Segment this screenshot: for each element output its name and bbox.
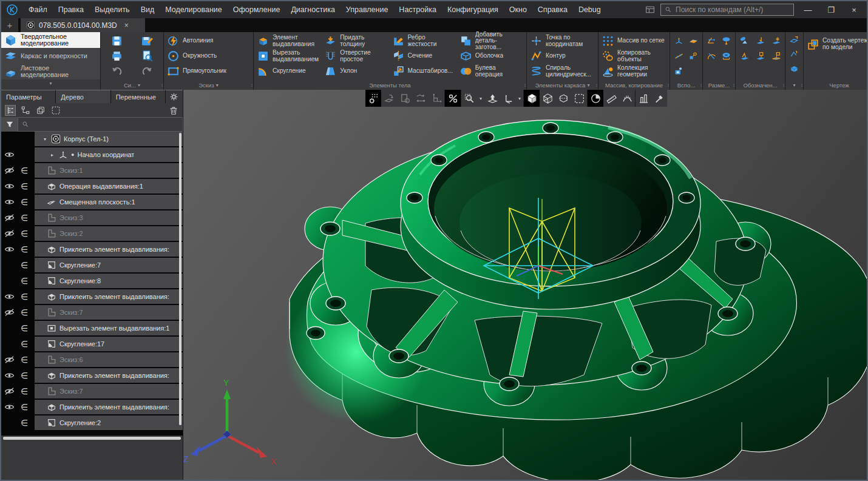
orientation-dropdown-icon[interactable]: ▾ [516, 90, 523, 107]
zoom-area-button[interactable] [461, 90, 477, 107]
radial-dimension-button[interactable] [721, 36, 731, 46]
tree-item-body[interactable]: Приклеить элемент выдавливания: [35, 368, 183, 383]
tree-item-body[interactable]: Эскиз:1 [35, 163, 183, 178]
group-aux-footer[interactable]: Вспо...⁞ [670, 81, 702, 90]
check-curve-button[interactable] [789, 49, 799, 59]
eye-hidden-icon[interactable] [4, 388, 15, 395]
angular-dimension-button[interactable] [707, 51, 717, 61]
menu-file[interactable]: Файл [23, 3, 53, 16]
tree-horizontal-scrollbar[interactable] [1, 436, 183, 440]
tree-vertical-scrollbar[interactable] [179, 133, 181, 425]
tree-relations-button[interactable] [21, 106, 30, 115]
point-by-coordinates-button[interactable]: Точка по координатам [528, 33, 597, 49]
grid-array-button[interactable]: Массив по сетке [600, 33, 668, 49]
circle-button[interactable]: Окружность [165, 49, 252, 64]
rib-button[interactable]: Ребро жесткости [390, 33, 458, 49]
dimensions-panel-button[interactable] [636, 90, 651, 107]
group-sketch-footer[interactable]: Эскиз▾⁞ [164, 81, 253, 90]
mode-wireframe-surfaces[interactable]: Каркас и поверхности [1, 48, 100, 64]
group-dims-footer[interactable]: Разме...⁞ [703, 81, 735, 90]
snap-move-button[interactable] [381, 90, 397, 107]
extrude-button[interactable]: Элемент выдавливания [255, 33, 322, 49]
tree-item-body[interactable]: ▾ Корпус (Тел-1) [35, 132, 183, 146]
contour-button[interactable]: Контур [528, 49, 597, 64]
eye-hidden-icon[interactable] [4, 167, 15, 174]
measure-angle-button[interactable] [603, 90, 619, 107]
marking-button[interactable] [771, 51, 781, 61]
group-wireframe-footer[interactable]: Элементы каркаса▾⁞ [527, 81, 598, 90]
shell-button[interactable]: Оболочка [458, 49, 525, 64]
model-housing[interactable] [285, 120, 867, 480]
scale-button[interactable]: Масштабиров... [390, 64, 458, 79]
cylindrical-spiral-button[interactable]: Спираль цилиндрическ... [528, 64, 597, 79]
tree-item-body[interactable]: Скругление:17 [35, 337, 183, 351]
sketch-mode-button[interactable] [429, 90, 444, 107]
document-tab[interactable]: 078.505.0.0104.00.M3D × [21, 18, 145, 32]
viewport-3d[interactable]: X Y Z ▾ ▾ [183, 90, 867, 480]
check-body-button[interactable] [789, 63, 799, 73]
group-system-footer[interactable]: Си...▾⁞ [101, 81, 163, 90]
tab-variables[interactable]: Переменные [111, 90, 166, 103]
sheet-ref-button[interactable] [397, 90, 413, 107]
camera-view-button[interactable] [674, 66, 684, 76]
tree-item-body[interactable]: Эскиз:7 [35, 384, 183, 399]
group-drawing-footer[interactable]: Чертеж⁞ [804, 81, 868, 90]
group-body-footer[interactable]: Элементы тела⁞ [254, 81, 526, 90]
eye-visible-icon[interactable] [4, 246, 15, 253]
tree-item-body[interactable]: Скругление:2 [35, 415, 183, 430]
menu-modeling[interactable]: Моделирование [160, 3, 228, 16]
rectangle-button[interactable]: Прямоугольник [165, 64, 252, 79]
render-quality-button[interactable] [588, 90, 603, 107]
tree-item-body[interactable]: ▸ ● Начало координат [35, 147, 183, 162]
tree-item-body[interactable]: Операция выдавливания:1 [35, 179, 183, 193]
menu-view[interactable]: Вид [135, 3, 160, 16]
expander-icon[interactable]: ▾ [42, 136, 48, 142]
snap-toggle-button[interactable] [445, 90, 461, 107]
tree-structure-button[interactable] [5, 106, 15, 115]
maximize-button[interactable]: ❐ [822, 4, 840, 16]
add-part-stock-button[interactable]: Добавить деталь-заготов... [458, 33, 525, 49]
tolerance-button[interactable] [739, 51, 750, 61]
eye-hidden-icon[interactable] [4, 356, 15, 363]
tree-item-body[interactable]: Приклеить элемент выдавливания: [35, 242, 183, 257]
close-button[interactable]: × [845, 4, 863, 16]
window-layout-icon[interactable] [645, 5, 656, 15]
undo-button[interactable] [110, 65, 123, 78]
group-checks-footer[interactable]: ▾⁞ [785, 81, 803, 90]
orientation-up-button[interactable] [484, 90, 500, 107]
eye-visible-icon[interactable] [4, 183, 15, 190]
menu-settings[interactable]: Настройка [393, 3, 442, 16]
tree-item-body[interactable]: Смещенная плоскость:1 [35, 195, 183, 209]
eye-visible-icon[interactable] [4, 151, 15, 158]
copy-objects-button[interactable]: Копировать объекты [600, 49, 668, 64]
roughness-button[interactable] [739, 36, 750, 46]
eye-visible-icon[interactable] [4, 372, 15, 379]
print-preview-button[interactable] [141, 50, 154, 62]
eye-hidden-icon[interactable] [4, 214, 15, 221]
panel-settings-button[interactable] [166, 90, 183, 103]
expander-icon[interactable]: ▸ [49, 152, 55, 158]
section-button[interactable]: Сечение [390, 49, 458, 64]
display-shaded-button[interactable] [524, 90, 540, 107]
orientation-axes-button[interactable] [500, 90, 516, 107]
marquee-select-button[interactable] [571, 90, 587, 107]
geometry-collection-button[interactable]: Коллекция геометрии [600, 64, 668, 79]
tree-item-body[interactable]: Скругление:8 [35, 274, 183, 288]
menu-select[interactable]: Выделить [89, 3, 135, 16]
save-as-button[interactable] [141, 35, 154, 47]
display-wireframe-button[interactable] [540, 90, 555, 107]
tree-item-body[interactable]: Вырезать элемент выдавливания:1 [35, 321, 183, 335]
tree-item-body[interactable]: Приклеить элемент выдавливания: [35, 400, 183, 414]
menu-configuration[interactable]: Конфигурация [442, 3, 504, 16]
tree-item-body[interactable]: Эскиз:6 [35, 352, 183, 367]
group-copy-footer[interactable]: Массив, копирование⁞ [598, 81, 670, 90]
diameter-dimension-button[interactable] [721, 51, 731, 61]
mode-sheet-metal[interactable]: Листовое моделирование [1, 64, 100, 79]
save-button[interactable] [110, 35, 123, 47]
tree-item-body[interactable]: Эскиз:3 [35, 210, 183, 225]
tree-item-body[interactable]: Скругление:7 [35, 258, 183, 272]
document-tab-close-icon[interactable]: × [124, 21, 129, 30]
menu-window[interactable]: Окно [504, 3, 532, 16]
menu-management[interactable]: Управление [341, 3, 394, 16]
eye-hidden-icon[interactable] [4, 309, 15, 316]
